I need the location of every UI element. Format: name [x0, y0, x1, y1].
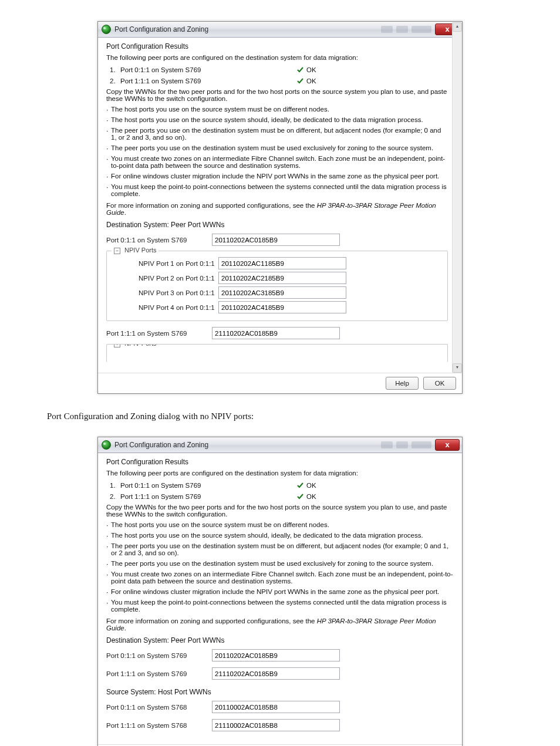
bullet-item: You must keep the point-to point-connect…	[106, 183, 448, 197]
wwn-row: Port 1:1:1 on System S768	[106, 719, 454, 731]
titlebar-decoration	[396, 441, 408, 448]
wwn-row: Port 0:1:1 on System S769	[106, 234, 448, 246]
wwn-input[interactable]	[212, 327, 340, 339]
titlebar-decoration	[381, 26, 393, 33]
titlebar-decoration	[411, 441, 431, 448]
wwn-input[interactable]	[218, 272, 346, 284]
bullet-item: The peer ports you use on the destinatio…	[106, 144, 448, 151]
scrollbar[interactable]: ▴ ▾	[452, 22, 462, 373]
check-icon	[296, 492, 304, 500]
lead-text: The following peer ports are configured …	[106, 54, 448, 61]
expand-toggle-icon[interactable]: +	[114, 344, 120, 347]
bullet-item: You must keep the point-to point-connect…	[106, 599, 454, 613]
app-icon	[102, 440, 111, 450]
scroll-up-icon[interactable]: ▴	[453, 22, 462, 32]
bullet-item: The host ports you use on the source sys…	[106, 106, 448, 113]
copy-paragraph: Copy the WWNs for the two peer ports and…	[106, 88, 448, 102]
app-icon	[102, 25, 111, 34]
bullet-item: The peer ports you use on the destinatio…	[106, 542, 454, 556]
titlebar[interactable]: Port Configuration and Zoning x	[98, 22, 462, 38]
port-config-dialog-bottom: Port Configuration and Zoning x Port Con…	[97, 437, 463, 746]
ok-button[interactable]: OK	[423, 377, 456, 390]
help-button[interactable]: Help	[386, 377, 419, 390]
bullet-item: The peer ports you use on the destinatio…	[106, 560, 454, 567]
bullet-item: The host ports you use on the source sys…	[106, 532, 454, 539]
wwn-input[interactable]	[212, 649, 340, 661]
dialog-footer: Help OK	[98, 373, 462, 393]
titlebar-decoration	[381, 441, 393, 448]
configured-port-row: 1. Port 0:1:1 on System S769 OK	[106, 481, 454, 489]
bullet-item: The peer ports you use on the destinatio…	[106, 127, 448, 141]
scroll-down-icon[interactable]: ▾	[453, 363, 462, 373]
configured-port-row: 2. Port 1:1:1 on System S769 OK	[106, 492, 454, 500]
wwn-input[interactable]	[218, 257, 346, 269]
close-button[interactable]: x	[435, 439, 460, 451]
more-info-paragraph: For more information on zoning and suppo…	[106, 202, 448, 216]
wwn-input[interactable]	[218, 301, 346, 313]
npiv-row: NPIV Port 1 on Port 0:1:1	[139, 257, 441, 269]
source-system-heading: Source System: Host Port WWNs	[106, 688, 454, 696]
bullet-item: You must create two zones on an intermed…	[106, 155, 448, 169]
wwn-input[interactable]	[218, 286, 346, 299]
more-info-paragraph: For more information on zoning and suppo…	[106, 617, 454, 632]
npiv-ports-group: − NPIV Ports NPIV Port 1 on Port 0:1:1 N…	[106, 251, 448, 321]
dest-system-heading: Destination System: Peer Port WWNs	[106, 221, 448, 229]
section-port-config-results: Port Configuration Results	[106, 42, 448, 50]
bullet-item: For online windows cluster migration inc…	[106, 173, 448, 180]
wwn-input[interactable]	[212, 719, 340, 731]
bullet-item: The host ports you use on the source sys…	[106, 521, 454, 528]
wwn-input[interactable]	[212, 701, 340, 713]
copy-paragraph: Copy the WWNs for the two peer ports and…	[106, 504, 454, 518]
bullet-item: For online windows cluster migration inc…	[106, 588, 454, 595]
groupbox-legend: NPIV Ports	[124, 344, 156, 347]
bullet-list: The host ports you use on the source sys…	[106, 521, 454, 613]
dest-system-heading: Destination System: Peer Port WWNs	[106, 636, 454, 644]
titlebar[interactable]: Port Configuration and Zoning x	[98, 437, 462, 453]
configured-port-row: 1. Port 0:1:1 on System S769 OK	[106, 66, 448, 73]
npiv-row: NPIV Port 4 on Port 0:1:1	[139, 301, 441, 313]
lead-text: The following peer ports are configured …	[106, 470, 454, 477]
window-title: Port Configuration and Zoning	[114, 25, 208, 33]
wwn-row: Port 0:1:1 on System S769	[106, 649, 454, 661]
wwn-row: Port 1:1:1 on System S769	[106, 667, 454, 680]
bullet-item: The host ports you use on the source sys…	[106, 116, 448, 123]
titlebar-decoration	[396, 26, 408, 33]
wwn-row: Port 0:1:1 on System S768	[106, 701, 454, 713]
wwn-input[interactable]	[212, 234, 340, 246]
configured-port-row: 2. Port 1:1:1 on System S769 OK	[106, 77, 448, 85]
collapse-toggle-icon[interactable]: −	[114, 248, 120, 254]
titlebar-decoration	[411, 26, 431, 33]
wwn-row: Port 1:1:1 on System S769	[106, 327, 448, 339]
window-title: Port Configuration and Zoning	[114, 441, 208, 449]
check-icon	[296, 66, 304, 73]
figure-caption: Port Configuration and Zoning dialog wit…	[47, 411, 525, 421]
section-port-config-results: Port Configuration Results	[106, 458, 454, 466]
bullet-item: You must create two zones on an intermed…	[106, 571, 454, 585]
check-icon	[296, 77, 304, 85]
npiv-row: NPIV Port 3 on Port 0:1:1	[139, 286, 441, 299]
check-icon	[296, 481, 304, 489]
port-config-dialog-top: Port Configuration and Zoning x ▴ ▾ Port…	[97, 21, 463, 394]
groupbox-legend: NPIV Ports	[124, 247, 156, 254]
npiv-ports-group-collapsed: + NPIV Ports	[106, 344, 448, 362]
wwn-input[interactable]	[212, 667, 340, 680]
npiv-row: NPIV Port 2 on Port 0:1:1	[139, 272, 441, 284]
bullet-list: The host ports you use on the source sys…	[106, 106, 448, 197]
